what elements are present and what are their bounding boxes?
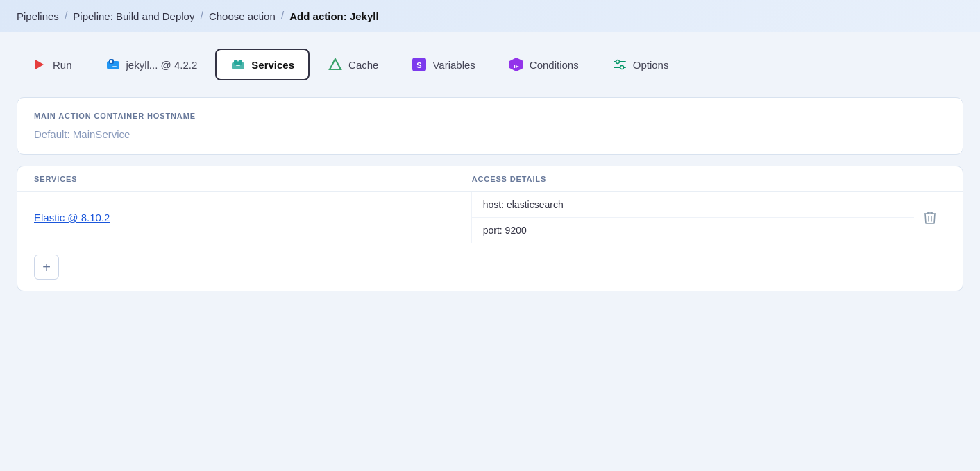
tab-cache-label: Cache	[348, 59, 378, 71]
svg-point-8	[237, 60, 239, 62]
service-actions	[914, 192, 946, 243]
access-col-label: ACCESS DETAILS	[472, 175, 946, 183]
breadcrumb-sep-3: /	[281, 10, 284, 22]
service-name-cell: Elastic @ 8.10.2	[34, 192, 472, 243]
tab-conditions-label: Conditions	[530, 59, 579, 71]
jekyll-icon	[105, 57, 121, 72]
options-icon	[612, 57, 627, 72]
svg-marker-0	[35, 60, 44, 69]
tab-variables-label: Variables	[432, 59, 475, 71]
tab-cache[interactable]: Cache	[312, 49, 394, 80]
svg-rect-7	[236, 65, 240, 66]
hostname-value: Default: MainService	[34, 128, 946, 140]
tab-services-label: Services	[251, 59, 294, 71]
tab-variables[interactable]: S Variables	[396, 49, 490, 80]
table-row: Elastic @ 8.10.2 host: elasticsearch por…	[17, 192, 963, 243]
access-detail-port: port: 9200	[472, 218, 914, 243]
hostname-card: MAIN ACTION CONTAINER HOSTNAME Default: …	[17, 97, 963, 155]
svg-marker-9	[330, 59, 341, 69]
services-card: SERVICES ACCESS DETAILS Elastic @ 8.10.2…	[17, 166, 963, 291]
tab-options[interactable]: Options	[597, 49, 684, 80]
breadcrumb-current: Add action: Jekyll	[289, 10, 378, 22]
services-table-header: SERVICES ACCESS DETAILS	[17, 166, 963, 192]
breadcrumb-choose-action[interactable]: Choose action	[209, 10, 276, 22]
access-detail-host: host: elasticsearch	[472, 192, 914, 218]
svg-rect-4	[112, 66, 117, 67]
services-col-label: SERVICES	[34, 175, 472, 183]
cache-icon	[328, 57, 343, 72]
tab-conditions[interactable]: IF Conditions	[493, 49, 594, 80]
breadcrumb-pipeline-build[interactable]: Pipeline: Build and Deploy	[73, 10, 194, 22]
svg-point-17	[620, 66, 623, 69]
tabs-bar: Run jekyll... @ 4.2.2	[17, 49, 963, 80]
variables-icon: S	[412, 57, 427, 72]
breadcrumb-pipelines[interactable]: Pipelines	[17, 10, 59, 22]
tab-run-label: Run	[53, 59, 72, 71]
svg-point-16	[616, 60, 619, 64]
trash-icon	[924, 211, 936, 225]
tab-run[interactable]: Run	[17, 49, 87, 80]
delete-service-button[interactable]	[920, 207, 940, 229]
tab-services[interactable]: Services	[215, 49, 310, 80]
service-name-link[interactable]: Elastic @ 8.10.2	[34, 212, 110, 223]
service-access-cell: host: elasticsearch port: 9200	[472, 192, 914, 243]
breadcrumb: Pipelines / Pipeline: Build and Deploy /…	[0, 0, 980, 32]
add-service-button[interactable]: +	[34, 255, 59, 280]
svg-point-3	[110, 60, 112, 63]
svg-text:IF: IF	[514, 63, 518, 69]
svg-text:S: S	[417, 61, 422, 69]
tab-options-label: Options	[633, 59, 669, 71]
tab-jekyll[interactable]: jekyll... @ 4.2.2	[90, 49, 213, 80]
run-icon	[32, 57, 47, 72]
add-service-row: +	[17, 243, 963, 291]
hostname-section-label: MAIN ACTION CONTAINER HOSTNAME	[34, 112, 946, 120]
services-icon	[230, 57, 246, 72]
breadcrumb-sep-1: /	[65, 10, 67, 22]
conditions-icon: IF	[509, 57, 524, 72]
breadcrumb-sep-2: /	[200, 10, 203, 22]
tab-jekyll-label: jekyll... @ 4.2.2	[126, 59, 198, 71]
